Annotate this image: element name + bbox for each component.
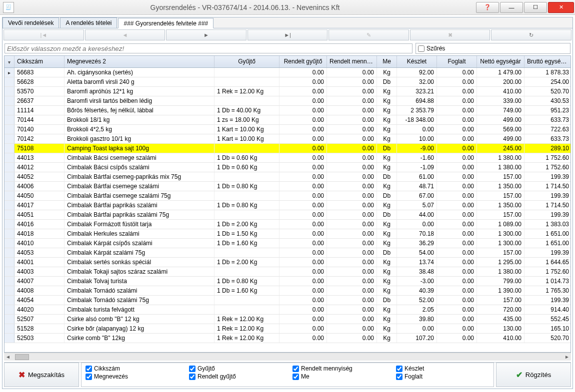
filter-checkbox[interactable]: [418, 45, 424, 52]
table-row[interactable]: 51528Csirke bőr (alapanyag) 12 kg1 Rek =…: [4, 324, 570, 334]
help-button[interactable]: ❓: [476, 2, 499, 13]
check-input[interactable]: [86, 366, 92, 372]
cell-me: Kg: [377, 286, 397, 295]
table-row[interactable]: 44012Cimbalak Bácsi csípős szalámi1 Db =…: [4, 163, 570, 172]
table-row[interactable]: 44052Cimbalak Bártfai csemeg-paprikás mi…: [4, 172, 570, 182]
column-check[interactable]: Gyűjtő: [189, 365, 282, 372]
maximize-button[interactable]: ☐: [524, 2, 547, 13]
column-check[interactable]: Rendelt gyűjtő: [189, 373, 282, 380]
col-brutto[interactable]: Bruttó egységár: [524, 56, 571, 67]
cell-megnevezes: Cimbalak Bácsi csípős szalámi: [64, 163, 214, 172]
col-rendelt-gyujto[interactable]: Rendelt gyűjtő: [280, 56, 327, 67]
nav-next[interactable]: ►: [166, 29, 246, 40]
table-row[interactable]: 70142Brokkoli gasztro 10/1 kg1 Kart = 10…: [4, 134, 570, 144]
cell-foglalt: 0.00: [437, 267, 477, 276]
column-check[interactable]: Rendelt mennyiség: [292, 365, 386, 372]
table-row[interactable]: 26637Baromfi virsli tartós bélben lédig0…: [4, 96, 570, 106]
row-marker: [4, 115, 14, 124]
nav-prev[interactable]: ◄: [85, 29, 166, 40]
row-marker: [4, 267, 14, 276]
check-input[interactable]: [292, 374, 299, 380]
nav-edit[interactable]: ✎: [328, 29, 409, 40]
table-row[interactable]: 44010Cimbalak Kárpát csípős szalámi1 Db …: [4, 239, 570, 248]
check-input[interactable]: [86, 374, 92, 380]
tab-orders[interactable]: Vevői rendelések: [2, 17, 59, 28]
col-menu[interactable]: [4, 56, 14, 67]
table-row[interactable]: 11114Bőrös félsertés, fej nélkül, lábbal…: [4, 106, 570, 115]
table-row[interactable]: 53570Baromfi apróhús 12*1 kg1 Rek = 12.0…: [4, 87, 570, 96]
minimize-button[interactable]: —: [500, 2, 523, 13]
table-row[interactable]: 75108Camping Toast lapka sajt 100g0.000.…: [4, 144, 570, 153]
table-row[interactable]: 44001Cimbalak sertés sonkás spéciál1 Db …: [4, 258, 570, 267]
cell-foglalt: 0.00: [437, 305, 477, 314]
cancel-button[interactable]: ✖ Megszakítás: [4, 363, 79, 387]
table-row[interactable]: 44050Cimbalak Bártfai csemege szalámi 75…: [4, 191, 570, 201]
table-row[interactable]: 44053Cimbalak Kárpát szalámi 75g0.000.00…: [4, 248, 570, 258]
cell-gyujto: 1 Rek = 12.00 Kg: [214, 324, 280, 333]
cell-keszlet: 32.00: [397, 77, 437, 86]
table-row[interactable]: 52507Csirke alsó comb "B" 12 kg1 Rek = 1…: [4, 315, 570, 324]
cell-cikkszam: 56628: [14, 77, 64, 86]
column-check[interactable]: Foglalt: [396, 373, 490, 380]
cell-foglalt: 0.00: [437, 210, 477, 219]
close-button[interactable]: ✕: [548, 2, 574, 13]
col-me[interactable]: Me: [377, 56, 397, 67]
table-row[interactable]: 70144Brokkoli 18/1 kg1 zs = 18.00 Kg0.00…: [4, 115, 570, 125]
table-row[interactable]: 44008Cimbalak Tornádó szalámi1 Db = 1.60…: [4, 286, 570, 296]
check-input[interactable]: [189, 374, 196, 380]
table-row[interactable]: 44051Cimbalak Bártfai paprikás szalámi 7…: [4, 210, 570, 220]
check-label: Cikkszám: [94, 365, 120, 372]
check-input[interactable]: [292, 366, 299, 372]
column-check[interactable]: Készlet: [396, 365, 490, 372]
grid-body[interactable]: 56683Ah. cigánysonka (sertés)0.000.00Kg9…: [4, 68, 570, 352]
table-row[interactable]: 44006Cimbalak Bártfai csemege szalámi1 D…: [4, 182, 570, 191]
cell-gyujto: 1 Kart = 10.00 Kg: [214, 125, 280, 134]
nav-delete[interactable]: ✖: [410, 29, 490, 40]
table-row[interactable]: 44020Cimbalak turista felvágott0.000.00K…: [4, 305, 570, 315]
scroll-thumb[interactable]: [15, 354, 29, 360]
table-row[interactable]: 52503Csirke comb "B" 12kg1 Rek = 12.00 K…: [4, 334, 570, 343]
col-foglalt[interactable]: Foglalt: [437, 56, 477, 67]
check-input[interactable]: [189, 366, 196, 372]
search-input[interactable]: [4, 43, 412, 53]
table-row[interactable]: 70140Brokkoli 4*2,5 kg1 Kart = 10.00 Kg0…: [4, 125, 570, 134]
col-cikkszam[interactable]: Cikkszám: [14, 56, 64, 67]
cell-keszlet: -1.09: [397, 163, 437, 172]
table-row[interactable]: 44007Cimbalak Tolvaj turista1 Db = 0.80 …: [4, 277, 570, 286]
check-label: Rendelt gyűjtő: [198, 373, 236, 380]
col-gyujto[interactable]: Gyűjtő: [214, 56, 280, 67]
tab-quick-order[interactable]: ### Gyorsrendelés felvitele ###: [118, 18, 214, 28]
cell-foglalt: 0.00: [437, 134, 477, 143]
window-title: Gyorsrendelés - VR-037674/14 - 2014.06.1…: [14, 3, 476, 11]
save-label: Rögzítés: [526, 371, 551, 379]
table-row[interactable]: 44018Cimbalak Herkules szalámi1 Db = 1.5…: [4, 229, 570, 239]
row-marker: [4, 125, 14, 134]
cell-megnevezes: Camping Toast lapka sajt 100g: [64, 144, 214, 153]
table-row[interactable]: 56628Aletta baromfi virsli 240 g0.000.00…: [4, 77, 570, 87]
nav-last[interactable]: ►|: [248, 29, 328, 40]
col-rendelt-menny[interactable]: Rendelt mennyiség: [327, 56, 377, 67]
save-button[interactable]: ✔ Rögzítés: [496, 363, 571, 387]
col-keszlet[interactable]: Készlet: [397, 56, 437, 67]
tab-items[interactable]: A rendelés tételei: [60, 17, 117, 28]
table-row[interactable]: 44054Cimbalak Tornádó szalámi 75g0.000.0…: [4, 296, 570, 305]
nav-first[interactable]: |◄: [4, 29, 84, 40]
cell-netto: 1 300.00: [477, 229, 524, 238]
col-netto[interactable]: Nettó egységár: [477, 56, 524, 67]
col-megnevezes[interactable]: Megnevezés 2: [64, 56, 214, 67]
filter-input[interactable]: [448, 44, 568, 53]
column-check[interactable]: Me: [292, 373, 386, 380]
cell-netto: 1 350.00: [477, 201, 524, 210]
column-check[interactable]: Cikkszám: [86, 365, 179, 372]
table-row[interactable]: 44013Cimbalak Bácsi csemege szalámi1 Db …: [4, 153, 570, 163]
check-input[interactable]: [396, 366, 402, 372]
table-row[interactable]: 44003Cimbalak Tokaji sajtos száraz szalá…: [4, 267, 570, 277]
table-row[interactable]: 44016Cimbalak Formázott füstölt tarja1 D…: [4, 220, 570, 229]
table-row[interactable]: 56683Ah. cigánysonka (sertés)0.000.00Kg9…: [4, 68, 570, 77]
table-row[interactable]: 44017Cimbalak Bártfai paprikás szalámi1 …: [4, 201, 570, 210]
column-check[interactable]: Megnevezés: [86, 373, 179, 380]
horizontal-scrollbar[interactable]: ◄ ►: [4, 353, 571, 361]
nav-refresh[interactable]: ↻: [491, 29, 572, 40]
cell-netto: 157.00: [477, 296, 524, 305]
check-input[interactable]: [396, 374, 402, 380]
